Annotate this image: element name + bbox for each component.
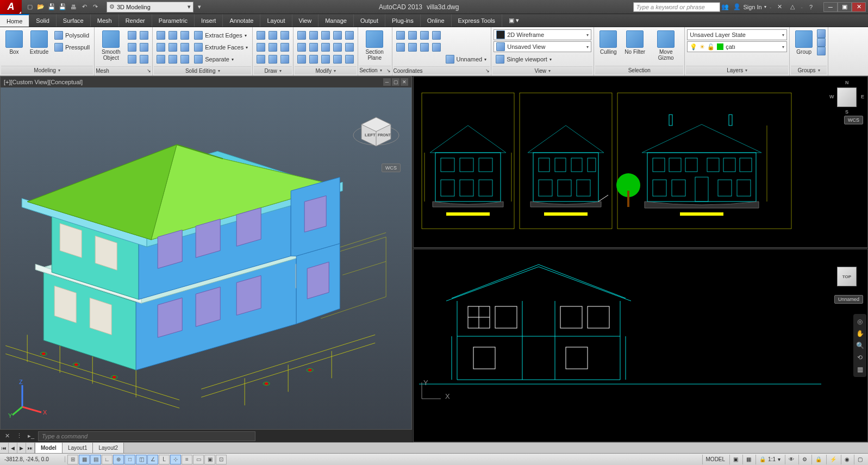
panel-view-label[interactable]: View▾ — [492, 66, 592, 74]
ucs-icon[interactable] — [419, 41, 430, 53]
tab-plugins[interactable]: Plug-ins — [385, 14, 421, 27]
workspace-switch-icon[interactable]: ⚙ — [798, 455, 810, 464]
tab-insert[interactable]: Insert — [195, 14, 223, 27]
solid-tool-icon[interactable] — [167, 53, 179, 65]
move-gizmo-button[interactable]: Move Gizmo — [650, 29, 682, 62]
coords-readout[interactable]: -3812.8, -24.5, 0.0 — [0, 456, 65, 462]
erase-icon[interactable] — [332, 29, 344, 41]
polyline-icon[interactable] — [267, 29, 279, 41]
layout-next-icon[interactable]: ▶ — [17, 443, 26, 453]
trim-icon[interactable] — [320, 29, 332, 41]
sc-toggle[interactable]: ⊡ — [216, 455, 227, 464]
tab-view[interactable]: View — [292, 14, 319, 27]
stretch-icon[interactable] — [332, 41, 344, 53]
grid-toggle[interactable]: ▤ — [90, 455, 101, 464]
viewport-config-button[interactable]: Single viewport▾ — [494, 53, 591, 65]
quickview-drawings-icon[interactable]: ▦ — [742, 455, 754, 464]
cmd-recent-icon[interactable]: ▸_ — [26, 431, 36, 441]
tab-mesh[interactable]: Mesh — [91, 14, 119, 27]
polygon-icon[interactable] — [255, 53, 267, 65]
help-icon[interactable]: ? — [806, 2, 816, 12]
intersect-icon[interactable] — [179, 29, 191, 41]
3dosnap-toggle[interactable]: ◫ — [136, 455, 147, 464]
hatch-icon[interactable] — [267, 53, 279, 65]
tab-surface[interactable]: Surface — [57, 14, 91, 27]
search-input[interactable]: Type a keyword or phrase — [633, 2, 720, 12]
point-icon[interactable] — [279, 53, 291, 65]
ucs-icon[interactable] — [395, 41, 407, 53]
ortho-toggle[interactable]: ∟ — [102, 455, 113, 464]
copy-icon[interactable] — [344, 29, 355, 41]
toolbar-lock-icon[interactable]: 🔒 — [811, 455, 825, 464]
panel-modeling-label[interactable]: Modeling▾ — [1, 66, 93, 74]
maximize-button[interactable]: ▣ — [838, 2, 852, 12]
steering-wheel-icon[interactable]: ◎ — [854, 316, 865, 327]
viewcube-3d[interactable]: LEFT FRONT — [352, 109, 401, 160]
viewcube[interactable]: N S E W — [830, 81, 863, 114]
app-menu-button[interactable]: A — [0, 0, 22, 14]
zoom-icon[interactable]: 🔍 — [854, 340, 865, 351]
infocenter-icon[interactable]: 👥 — [720, 2, 730, 12]
modify-tool-icon[interactable] — [332, 53, 344, 65]
tab-home[interactable]: Home — [0, 14, 29, 27]
mesh-tool-icon[interactable] — [126, 41, 138, 53]
tab-annotate[interactable]: Annotate — [223, 14, 260, 27]
mesh-tool-icon[interactable] — [126, 53, 138, 65]
ellipse-icon[interactable] — [279, 41, 291, 53]
fillet-icon[interactable] — [308, 41, 320, 53]
move-icon[interactable] — [296, 29, 308, 41]
group-bbox-icon[interactable] — [817, 47, 826, 55]
panel-coordinates-label[interactable]: Coordinates↘ — [394, 66, 490, 74]
panel-mesh-label[interactable]: Mesh↘ — [96, 66, 151, 74]
viewport-top-elevations[interactable]: N S E W WCS — [413, 76, 868, 248]
cmd-handle-icon[interactable]: ⋮ — [14, 431, 24, 441]
save-icon[interactable]: 💾 — [47, 2, 57, 12]
autodesk-icon[interactable]: △ — [788, 2, 797, 12]
modify-tool-icon[interactable] — [344, 53, 355, 65]
ucs-icon[interactable] — [395, 29, 407, 41]
open-icon[interactable]: 📂 — [36, 2, 46, 12]
extrude-faces-button[interactable]: Extrude Faces▾ — [192, 41, 250, 53]
ucs-named-badge[interactable]: Unnamed — [834, 295, 863, 304]
box-button[interactable]: Box — [2, 29, 26, 56]
scale-icon[interactable] — [344, 41, 355, 53]
hardware-accel-icon[interactable]: ⚡ — [826, 455, 840, 464]
close-button[interactable]: ✕ — [852, 2, 866, 12]
nofilter-button[interactable]: No Filter — [621, 29, 648, 56]
ucs-icon[interactable] — [407, 29, 419, 41]
solid-tool-icon[interactable] — [155, 53, 167, 65]
panel-modify-label[interactable]: Modify▾ — [295, 66, 357, 74]
osnap-toggle[interactable]: □ — [124, 455, 135, 464]
panel-layers-label[interactable]: Layers▾ — [686, 66, 788, 74]
panel-solid-editing-label[interactable]: Solid Editing▾ — [154, 66, 251, 74]
anno-visibility-icon[interactable]: 👁 — [785, 455, 797, 464]
infer-toggle[interactable]: ⊞ — [67, 455, 78, 464]
line-icon[interactable] — [255, 29, 267, 41]
panel-groups-label[interactable]: Groups▾ — [791, 66, 827, 74]
vp-maximize-icon[interactable]: ▢ — [392, 78, 399, 86]
layout-prev-icon[interactable]: ◀ — [9, 443, 17, 453]
saveas-icon[interactable]: 💾 — [58, 2, 67, 12]
vp-minimize-icon[interactable]: ─ — [383, 78, 391, 86]
redo-icon[interactable]: ↷ — [90, 2, 100, 12]
group-button[interactable]: Group — [792, 29, 816, 56]
isolate-objects-icon[interactable]: ◉ — [841, 455, 853, 464]
solid-tool-icon[interactable] — [179, 53, 191, 65]
ucs-icon[interactable] — [419, 29, 430, 41]
visual-style-dropdown[interactable]: 2D Wireframe▾ — [494, 29, 591, 40]
lwt-toggle[interactable]: ≡ — [182, 455, 192, 464]
tab-output[interactable]: Output — [354, 14, 385, 27]
presspull-button[interactable]: Presspull — [52, 41, 92, 53]
viewcube-top-face[interactable]: TOP — [837, 267, 857, 286]
extract-edges-button[interactable]: Extract Edges▾ — [192, 29, 250, 41]
undo-icon[interactable]: ↶ — [79, 2, 89, 12]
separate-button[interactable]: Separate▾ — [192, 53, 250, 65]
mirror-icon[interactable] — [296, 41, 308, 53]
tpy-toggle[interactable]: ▭ — [193, 455, 204, 464]
union-icon[interactable] — [155, 29, 167, 41]
layer-state-dropdown[interactable]: Unsaved Layer State▾ — [687, 29, 787, 40]
mesh-tool-icon[interactable] — [138, 53, 150, 65]
tab-render[interactable]: Render — [119, 14, 152, 27]
panel-section-label[interactable]: Section▾↘ — [359, 66, 390, 74]
mesh-tool-icon[interactable] — [138, 29, 150, 41]
